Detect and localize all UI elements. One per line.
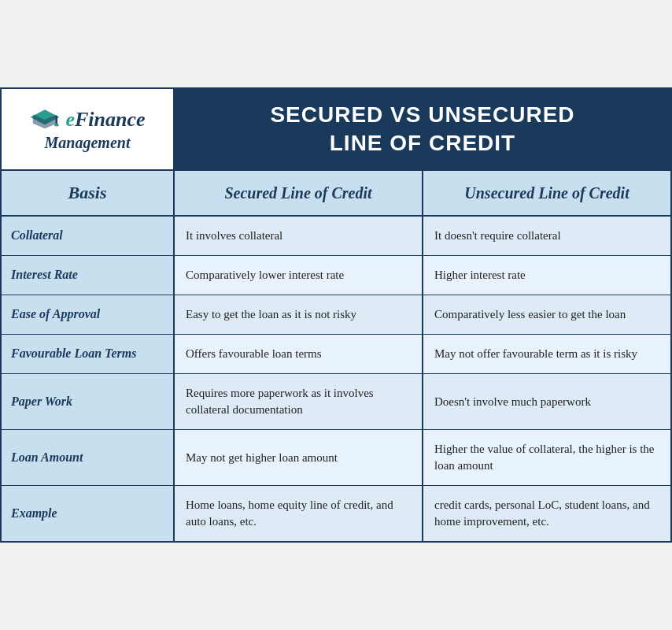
unsecured-cell-0: It doesn't require collateral [434, 228, 561, 244]
table-row: Ease of Approval Easy to get the loan as… [2, 295, 670, 335]
finance-logo-text: eFinance [65, 108, 145, 132]
table-row: Loan Amount May not get higher loan amou… [2, 430, 670, 486]
row-label-5: Loan Amount [2, 430, 175, 485]
unsecured-cell-4: Doesn't involve much paperwork [434, 394, 591, 410]
row-unsecured-4: Doesn't involve much paperwork [423, 374, 670, 429]
unsecured-label: Unsecured Line of Credit [464, 183, 629, 203]
column-headers: Basis Secured Line of Credit Unsecured L… [2, 171, 670, 217]
secured-cell-0: It involves collateral [186, 228, 282, 244]
col-unsecured-header: Unsecured Line of Credit [423, 171, 670, 215]
secured-cell-6: Home loans, home equity line of credit, … [186, 497, 411, 530]
secured-cell-1: Comparatively lower interest rate [186, 267, 344, 284]
basis-label: Basis [68, 183, 107, 203]
col-secured-header: Secured Line of Credit [175, 171, 423, 215]
row-secured-4: Requires more paperwork as it involves c… [175, 374, 423, 429]
secured-cell-5: May not get higher loan amount [186, 450, 338, 466]
row-secured-5: May not get higher loan amount [175, 430, 423, 485]
row-unsecured-3: May not offer favourable term as it is r… [423, 335, 670, 373]
unsecured-cell-5: Higher the value of collateral, the high… [434, 441, 659, 474]
logo-section: eFinance Management [2, 89, 175, 170]
logo-icon: eFinance [29, 107, 145, 132]
table-row: Paper Work Requires more paperwork as it… [2, 374, 670, 430]
title-section: SECURED VS UNSECURED LINE OF CREDIT [175, 89, 670, 170]
row-unsecured-5: Higher the value of collateral, the high… [423, 430, 670, 485]
row-secured-6: Home loans, home equity line of credit, … [175, 486, 423, 541]
row-label-text-6: Example [11, 506, 57, 522]
row-label-2: Ease of Approval [2, 295, 175, 334]
unsecured-cell-6: credit cards, personal LoC, student loan… [434, 497, 659, 530]
table-row: Example Home loans, home equity line of … [2, 486, 670, 541]
row-label-text-2: Ease of Approval [11, 306, 100, 323]
row-label-text-4: Paper Work [11, 394, 72, 410]
col-basis-header: Basis [2, 171, 175, 215]
secured-cell-3: Offers favourable loan terms [186, 346, 322, 362]
row-label-text-0: Collateral [11, 228, 63, 244]
secured-cell-4: Requires more paperwork as it involves c… [186, 385, 411, 418]
main-title: SECURED VS UNSECURED LINE OF CREDIT [270, 101, 574, 158]
row-unsecured-0: It doesn't require collateral [423, 217, 670, 255]
row-label-1: Interest Rate [2, 256, 175, 295]
row-secured-3: Offers favourable loan terms [175, 335, 423, 373]
graduation-cap-icon [29, 107, 61, 132]
table-body: Collateral It involves collateral It doe… [2, 217, 670, 541]
row-unsecured-2: Comparatively less easier to get the loa… [423, 295, 670, 334]
row-unsecured-1: Higher interest rate [423, 256, 670, 295]
main-container: eFinance Management SECURED VS UNSECURED… [0, 87, 672, 543]
row-label-0: Collateral [2, 217, 175, 255]
row-label-text-1: Interest Rate [11, 267, 78, 284]
unsecured-cell-1: Higher interest rate [434, 267, 526, 284]
unsecured-cell-3: May not offer favourable term as it is r… [434, 346, 637, 362]
row-secured-1: Comparatively lower interest rate [175, 256, 423, 295]
row-label-text-5: Loan Amount [11, 450, 83, 466]
row-label-text-3: Favourable Loan Terms [11, 346, 136, 362]
row-label-4: Paper Work [2, 374, 175, 429]
row-secured-0: It involves collateral [175, 217, 423, 255]
secured-cell-2: Easy to get the loan as it is not risky [186, 306, 356, 323]
table-row: Favourable Loan Terms Offers favourable … [2, 335, 670, 374]
svg-point-3 [54, 123, 59, 126]
row-unsecured-6: credit cards, personal LoC, student loan… [423, 486, 670, 541]
row-label-6: Example [2, 486, 175, 541]
secured-label: Secured Line of Credit [224, 183, 371, 203]
table-row: Collateral It involves collateral It doe… [2, 217, 670, 256]
row-secured-2: Easy to get the loan as it is not risky [175, 295, 423, 334]
header: eFinance Management SECURED VS UNSECURED… [2, 89, 670, 172]
table-row: Interest Rate Comparatively lower intere… [2, 256, 670, 295]
unsecured-cell-2: Comparatively less easier to get the loa… [434, 306, 626, 323]
management-text: Management [45, 134, 131, 152]
row-label-3: Favourable Loan Terms [2, 335, 175, 373]
